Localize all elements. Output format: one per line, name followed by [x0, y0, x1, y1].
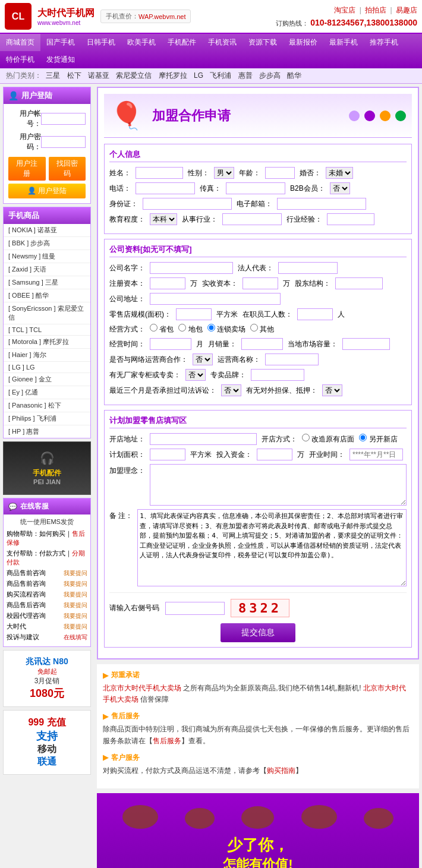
- ask-button-3[interactable]: 我要提问: [64, 591, 87, 599]
- guarantee-select[interactable]: 否是: [322, 384, 342, 396]
- sales-input[interactable]: [241, 338, 283, 350]
- email-input[interactable]: [277, 198, 366, 210]
- ask-button-6[interactable]: 我要提问: [64, 623, 87, 631]
- network-coop-select[interactable]: 否是: [193, 353, 213, 365]
- brand-sony[interactable]: 索尼爱立信: [116, 71, 152, 80]
- nav-item-price[interactable]: 最新报价: [283, 34, 323, 51]
- brand-panasonic[interactable]: [ Panasonic ] 松下: [4, 399, 90, 412]
- brand-hp[interactable]: [ HP ] 惠普: [4, 425, 90, 438]
- register-button[interactable]: 用户注册: [8, 157, 46, 181]
- captcha-input[interactable]: [165, 602, 225, 615]
- nav-item-japan[interactable]: 日韩手机: [81, 34, 121, 51]
- nav-item-news[interactable]: 手机资讯: [202, 34, 243, 51]
- ad-box-2[interactable]: 999 充值 支持 移动 联通: [3, 710, 91, 775]
- brand-hp[interactable]: 惠普: [238, 71, 253, 80]
- brand-gionee[interactable]: [ Gionee ] 金立: [4, 373, 90, 386]
- nav-item-accessories[interactable]: 手机配件: [162, 34, 202, 51]
- op-radio-3[interactable]: [207, 324, 215, 332]
- brand-bbk[interactable]: 步步高: [259, 71, 281, 80]
- equity-input[interactable]: [335, 277, 383, 289]
- nav-item-home[interactable]: 商城首页: [0, 34, 40, 51]
- legal-rep-input[interactable]: [278, 262, 338, 274]
- brand-samsung[interactable]: 三星: [46, 71, 60, 80]
- phone-input[interactable]: [136, 182, 195, 194]
- market-input[interactable]: [342, 338, 390, 350]
- open-time-input[interactable]: [349, 449, 403, 460]
- brand-sony-ericsson[interactable]: [ SonyEricsson ] 索尼爱立信: [4, 302, 90, 324]
- brand-nokia[interactable]: 诺基亚: [88, 71, 109, 80]
- brand-haier[interactable]: [ Haier ] 海尔: [4, 349, 90, 362]
- plan-area-input[interactable]: [150, 449, 185, 460]
- brand-lg[interactable]: [ LG ] LG: [4, 362, 90, 373]
- company-name-input[interactable]: [150, 262, 233, 274]
- operator-name-input[interactable]: [265, 353, 319, 365]
- real-capital-input[interactable]: [243, 277, 278, 289]
- age-input[interactable]: [265, 167, 295, 179]
- exclusive-select[interactable]: 否是: [185, 369, 206, 381]
- username-input[interactable]: [41, 113, 86, 125]
- name-input[interactable]: [136, 167, 183, 179]
- brand-bbk[interactable]: [ BBK ] 步步高: [4, 237, 90, 250]
- method-radio-2[interactable]: [359, 434, 367, 441]
- find-password-button[interactable]: 找回密码: [49, 157, 86, 181]
- b2b-select[interactable]: 否是: [330, 182, 350, 194]
- header-link-taobao[interactable]: 淘宝店: [334, 6, 355, 14]
- exclusive-brand-input[interactable]: [251, 369, 304, 381]
- brand-obee[interactable]: 酷华: [287, 71, 301, 80]
- gender-select[interactable]: 男女: [214, 167, 234, 179]
- store-area-input[interactable]: [176, 308, 212, 320]
- phone-check[interactable]: 手机查价： WAP.webvm.net: [100, 10, 191, 23]
- experience-input[interactable]: [327, 213, 374, 225]
- ad-box-1[interactable]: 兆讯达 N80 免邮起 3月促销 1080元: [3, 650, 91, 707]
- submit-button[interactable]: 提交信息: [221, 623, 295, 642]
- fax-input[interactable]: [226, 182, 285, 194]
- method-radio-1[interactable]: [302, 434, 310, 441]
- brand-obee[interactable]: [ OBEE ] 酷华: [4, 289, 90, 302]
- customer-link[interactable]: 购买指南: [267, 766, 295, 775]
- nav-item-special[interactable]: 特价手机: [0, 51, 40, 68]
- aftersale-link[interactable]: 售后服务: [153, 737, 181, 745]
- brand-lg[interactable]: LG: [194, 71, 203, 80]
- education-select[interactable]: 本科大专高中初中其他: [150, 213, 177, 225]
- brand-panasonic[interactable]: 松下: [67, 71, 81, 80]
- brand-motorola[interactable]: 摩托罗拉: [159, 71, 187, 80]
- company-address-input[interactable]: [150, 293, 281, 305]
- open-address-input[interactable]: [150, 433, 257, 445]
- id-input[interactable]: [143, 198, 232, 210]
- notes-input[interactable]: 1、填写此表保证内容真实，信息准确，本公司承担其保密责任；2、本总部对填写者进行…: [137, 509, 407, 586]
- complaint-link[interactable]: 在线填写: [64, 633, 87, 642]
- op-radio-1[interactable]: [150, 324, 158, 332]
- password-input[interactable]: [41, 136, 86, 148]
- nav-item-new-phones[interactable]: 最新手机: [323, 34, 364, 51]
- marital-select[interactable]: 未婚已婚: [326, 167, 353, 179]
- ask-button-5[interactable]: 我要提问: [64, 612, 87, 620]
- brand-philips[interactable]: 飞利浦: [210, 71, 231, 80]
- brand-philips[interactable]: [ Philips ] 飞利浦: [4, 412, 90, 425]
- lawsuit-select[interactable]: 否是: [221, 384, 241, 396]
- header-link-yiqushop[interactable]: 易趣店: [396, 6, 417, 14]
- op-radio-2[interactable]: [178, 324, 186, 332]
- duration-input[interactable]: [150, 338, 191, 350]
- brand-ey[interactable]: [ Ey ] 亿通: [4, 386, 90, 399]
- reg-capital-input[interactable]: [150, 277, 185, 289]
- op-radio-4[interactable]: [250, 324, 258, 332]
- employees-input[interactable]: [297, 308, 333, 320]
- brand-zaxid[interactable]: [ Zaxid ] 天语: [4, 263, 90, 276]
- nav-item-download[interactable]: 资源下载: [243, 34, 283, 51]
- brand-nokia[interactable]: [ NOKIA ] 诺基亚: [4, 224, 90, 237]
- industry-input[interactable]: [222, 213, 282, 225]
- franchise-idea-input[interactable]: [150, 464, 407, 506]
- brand-tcl[interactable]: [ TCL ] TCL: [4, 324, 90, 336]
- ask-button-1[interactable]: 我要提问: [64, 569, 87, 577]
- header-link-paipai[interactable]: 拍拍店: [365, 6, 386, 14]
- nav-item-domestic[interactable]: 国产手机: [40, 34, 81, 51]
- ask-button-4[interactable]: 我要提问: [64, 601, 87, 610]
- brand-newsmy[interactable]: [ Newsmy ] 纽曼: [4, 250, 90, 263]
- brand-motorola[interactable]: [ Motorola ] 摩托罗拉: [4, 336, 90, 349]
- investment-input[interactable]: [257, 449, 292, 460]
- nav-item-europe[interactable]: 欧美手机: [121, 34, 162, 51]
- ask-button-2[interactable]: 我要提问: [64, 580, 87, 588]
- nav-item-delivery[interactable]: 发货通知: [40, 51, 81, 68]
- nav-item-recommend[interactable]: 推荐手机: [364, 34, 404, 51]
- brand-samsung[interactable]: [ Samsung ] 三星: [4, 276, 90, 289]
